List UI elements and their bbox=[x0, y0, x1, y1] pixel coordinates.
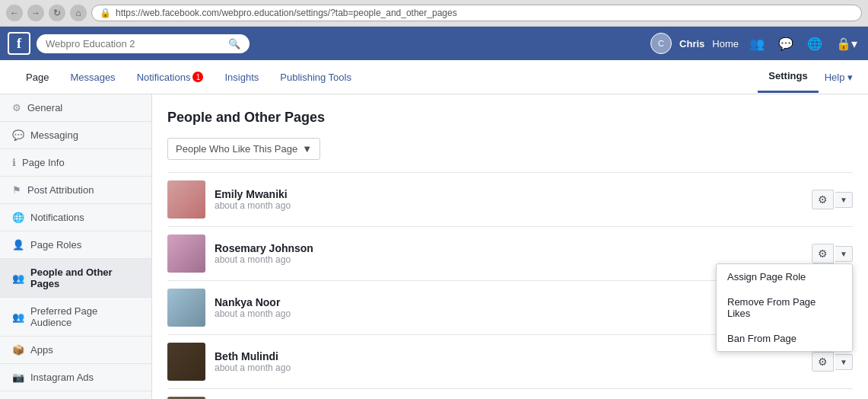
back-button[interactable]: ← bbox=[6, 5, 23, 21]
lock-icon: 🔒 bbox=[100, 8, 111, 18]
nav-right: Settings Help ▾ bbox=[758, 61, 853, 93]
nav-settings[interactable]: Settings bbox=[758, 61, 818, 93]
person-time: about a month ago bbox=[215, 362, 812, 373]
context-menu: Assign Page Role Remove From Page Likes … bbox=[716, 263, 853, 352]
username-label: Chris bbox=[679, 38, 704, 49]
ban-from-page-item[interactable]: Ban From Page bbox=[717, 326, 852, 351]
people-icon: 👥 bbox=[12, 273, 24, 284]
sidebar-item-notifications[interactable]: 🌐 Notifications bbox=[0, 204, 151, 231]
url-text: https://web.facebook.com/webpro.educatio… bbox=[116, 8, 457, 18]
sidebar-item-page-roles[interactable]: 👤 Page Roles bbox=[0, 231, 151, 259]
search-bar[interactable]: 🔍 bbox=[37, 34, 250, 53]
people-list: Emily Mwaniki about a month ago ⚙ ▼ Rose… bbox=[167, 172, 853, 399]
gear-dropdown-button[interactable]: ▼ bbox=[835, 192, 853, 208]
browser-bar: ← → ↻ ⌂ 🔒 https://web.facebook.com/webpr… bbox=[0, 0, 868, 27]
gear-dropdown-button[interactable]: ▼ bbox=[835, 354, 853, 370]
person-action: ⚙ ▼ Assign Page Role Remove From Page Li… bbox=[812, 244, 853, 263]
sidebar-item-page-info[interactable]: ℹ Page Info bbox=[0, 149, 151, 177]
person-name: Rosemary Johnson bbox=[215, 242, 812, 254]
avatar bbox=[167, 289, 205, 327]
sidebar-item-general[interactable]: ⚙ General bbox=[0, 94, 151, 122]
nav-publishing-tools[interactable]: Publishing Tools bbox=[269, 60, 362, 94]
instagram-icon: 📷 bbox=[12, 372, 24, 383]
globe-icon[interactable]: 🌐 bbox=[804, 34, 825, 54]
sidebar-item-apps[interactable]: 📦 Apps bbox=[0, 337, 151, 364]
gear-icon: ⚙ bbox=[12, 102, 21, 113]
gear-button[interactable]: ⚙ bbox=[812, 244, 834, 263]
person-info: Emily Mwaniki about a month ago bbox=[215, 188, 812, 211]
person-info: Beth Mulindi about a month ago bbox=[215, 350, 812, 373]
table-row: Rosemary Johnson about a month ago ⚙ ▼ A… bbox=[167, 227, 853, 281]
gear-button[interactable]: ⚙ bbox=[812, 352, 834, 372]
person-info: Rosemary Johnson about a month ago bbox=[215, 242, 812, 265]
main-layout: ⚙ General 💬 Messaging ℹ Page Info ⚑ Post… bbox=[0, 94, 868, 399]
facebook-logo: f bbox=[8, 32, 30, 55]
person-name: Beth Mulindi bbox=[215, 350, 812, 362]
forward-button[interactable]: → bbox=[27, 5, 44, 21]
nav-messages[interactable]: Messages bbox=[59, 60, 126, 94]
sidebar-item-post-attribution[interactable]: ⚑ Post Attribution bbox=[0, 177, 151, 204]
person-action: ⚙ ▼ bbox=[812, 190, 853, 209]
person-action: ⚙ ▼ bbox=[812, 352, 853, 372]
globe-sidebar-icon: 🌐 bbox=[12, 212, 24, 223]
sidebar-item-preferred-page-audience[interactable]: 👥 Preferred Page Audience bbox=[0, 298, 151, 337]
nav-insights[interactable]: Insights bbox=[214, 60, 269, 94]
nav-notifications[interactable]: Notifications 1 bbox=[126, 60, 215, 94]
search-icon: 🔍 bbox=[228, 38, 240, 49]
search-input[interactable] bbox=[46, 38, 222, 49]
assign-page-role-item[interactable]: Assign Page Role bbox=[717, 264, 852, 289]
gear-dropdown-button[interactable]: ▼ bbox=[835, 246, 853, 262]
apps-icon: 📦 bbox=[12, 344, 24, 356]
home-link[interactable]: Home bbox=[712, 38, 739, 49]
home-button[interactable]: ⌂ bbox=[70, 5, 87, 21]
sidebar-item-people-and-other-pages[interactable]: 👥 People and Other Pages bbox=[0, 259, 151, 298]
avatar bbox=[167, 180, 205, 219]
table-row: Emily Mwaniki about a month ago ⚙ ▼ bbox=[167, 173, 853, 227]
avatar: C bbox=[650, 33, 672, 54]
messages-icon[interactable]: 💬 bbox=[775, 34, 796, 54]
address-bar[interactable]: 🔒 https://web.facebook.com/webpro.educat… bbox=[91, 5, 862, 21]
person-name: Emily Mwaniki bbox=[215, 188, 812, 200]
lock-nav-icon[interactable]: 🔒▾ bbox=[833, 34, 860, 54]
flag-icon: ⚑ bbox=[12, 184, 21, 196]
sidebar-item-instagram-ads[interactable]: 📷 Instagram Ads bbox=[0, 364, 151, 391]
sidebar-item-messaging[interactable]: 💬 Messaging bbox=[0, 122, 151, 149]
sidebar: ⚙ General 💬 Messaging ℹ Page Info ⚑ Post… bbox=[0, 94, 152, 399]
content-area: People and Other Pages People Who Like T… bbox=[152, 94, 868, 399]
reload-button[interactable]: ↻ bbox=[49, 5, 65, 21]
help-button[interactable]: Help ▾ bbox=[825, 72, 853, 83]
nav-page[interactable]: Page bbox=[15, 60, 59, 94]
chat-icon: 💬 bbox=[12, 129, 24, 141]
friends-icon[interactable]: 👥 bbox=[746, 34, 768, 54]
remove-from-page-likes-item[interactable]: Remove From Page Likes bbox=[717, 289, 852, 326]
table-row: Josep Josiah M about a month ago ⚙ ▼ bbox=[167, 389, 853, 399]
avatar bbox=[167, 235, 205, 273]
facebook-topnav: f 🔍 C Chris Home 👥 💬 🌐 🔒▾ bbox=[0, 27, 868, 60]
page-subnav: Page Messages Notifications 1 Insights P… bbox=[0, 60, 868, 94]
notifications-badge: 1 bbox=[192, 72, 203, 82]
chevron-down-icon: ▼ bbox=[302, 143, 312, 155]
audience-icon: 👥 bbox=[12, 311, 24, 323]
person-time: about a month ago bbox=[215, 200, 812, 211]
page-title: People and Other Pages bbox=[167, 110, 853, 126]
gear-button[interactable]: ⚙ bbox=[812, 190, 834, 209]
info-icon: ℹ bbox=[12, 157, 16, 168]
person-icon: 👤 bbox=[12, 239, 24, 251]
filter-dropdown[interactable]: People Who Like This Page ▼ bbox=[167, 138, 320, 160]
topnav-right: C Chris Home 👥 💬 🌐 🔒▾ bbox=[650, 33, 860, 54]
avatar bbox=[167, 343, 205, 381]
